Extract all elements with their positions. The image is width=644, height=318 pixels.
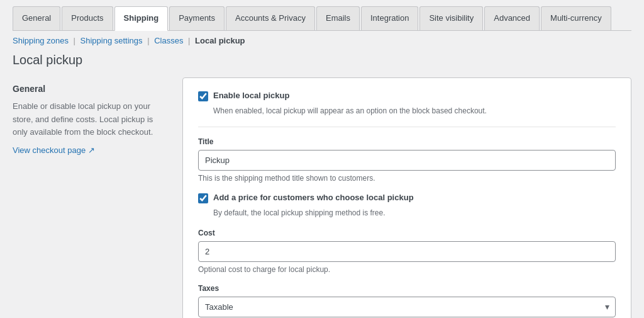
- tab-site-visibility[interactable]: Site visibility: [419, 6, 483, 30]
- cost-label: Cost: [198, 229, 616, 237]
- tab-multi-currency[interactable]: Multi-currency: [541, 6, 611, 30]
- settings-layout: General Enable or disable local pickup o…: [13, 77, 631, 318]
- settings-right-panel: Enable local pickup When enabled, local …: [182, 77, 631, 318]
- breadcrumb-separator-1: |: [74, 36, 75, 45]
- add-price-label[interactable]: Add a price for customers who choose loc…: [213, 193, 414, 202]
- enable-pickup-checkbox[interactable]: [198, 91, 208, 101]
- view-checkout-link[interactable]: View checkout page ↗: [13, 145, 95, 155]
- breadcrumb-current: Local pickup: [195, 36, 245, 45]
- taxes-select[interactable]: Taxable Not taxable Shipping only: [198, 297, 616, 317]
- tab-products[interactable]: Products: [62, 6, 113, 30]
- breadcrumb: Shipping zones | Shipping settings | Cla…: [13, 31, 631, 49]
- tab-accounts-privacy[interactable]: Accounts & Privacy: [226, 6, 315, 30]
- breadcrumb-separator-2: |: [147, 36, 149, 45]
- title-label: Title: [198, 137, 616, 146]
- left-panel-description: Enable or disable local pickup on your s…: [13, 100, 164, 139]
- taxes-label: Taxes: [198, 284, 616, 293]
- taxes-select-wrapper: Taxable Not taxable Shipping only: [198, 297, 616, 317]
- add-price-checkbox[interactable]: [198, 193, 208, 203]
- add-price-row: Add a price for customers who choose loc…: [198, 193, 616, 203]
- breadcrumb-separator-3: |: [188, 36, 190, 45]
- enable-pickup-description: When enabled, local pickup will appear a…: [213, 105, 616, 116]
- title-input[interactable]: [198, 150, 616, 171]
- breadcrumb-shipping-settings[interactable]: Shipping settings: [80, 36, 143, 45]
- tab-emails[interactable]: Emails: [316, 6, 360, 30]
- add-price-description: By default, the local pickup shipping me…: [213, 207, 616, 219]
- tab-integration[interactable]: Integration: [361, 6, 418, 30]
- enable-pickup-label[interactable]: Enable local pickup: [213, 91, 289, 100]
- cost-description: Optional cost to charge for local pickup…: [198, 265, 616, 274]
- cost-input[interactable]: [198, 241, 616, 262]
- title-description: This is the shipping method title shown …: [198, 174, 616, 183]
- tab-general[interactable]: General: [13, 6, 60, 30]
- enable-pickup-row: Enable local pickup: [198, 91, 616, 101]
- tab-advanced[interactable]: Advanced: [484, 6, 540, 30]
- breadcrumb-shipping-zones[interactable]: Shipping zones: [13, 36, 69, 45]
- left-panel-heading: General: [13, 84, 164, 94]
- taxes-field-group: Taxes Taxable Not taxable Shipping only …: [198, 284, 616, 318]
- tab-shipping[interactable]: Shipping: [114, 6, 169, 31]
- tabs-navigation: General Products Shipping Payments Accou…: [13, 6, 631, 31]
- divider-1: [198, 127, 616, 127]
- breadcrumb-classes[interactable]: Classes: [154, 36, 183, 45]
- cost-field-group: Cost Optional cost to charge for local p…: [198, 229, 616, 274]
- settings-left-panel: General Enable or disable local pickup o…: [13, 77, 164, 155]
- page-title: Local pickup: [13, 53, 631, 67]
- title-field-group: Title This is the shipping method title …: [198, 137, 616, 183]
- tab-payments[interactable]: Payments: [169, 6, 225, 30]
